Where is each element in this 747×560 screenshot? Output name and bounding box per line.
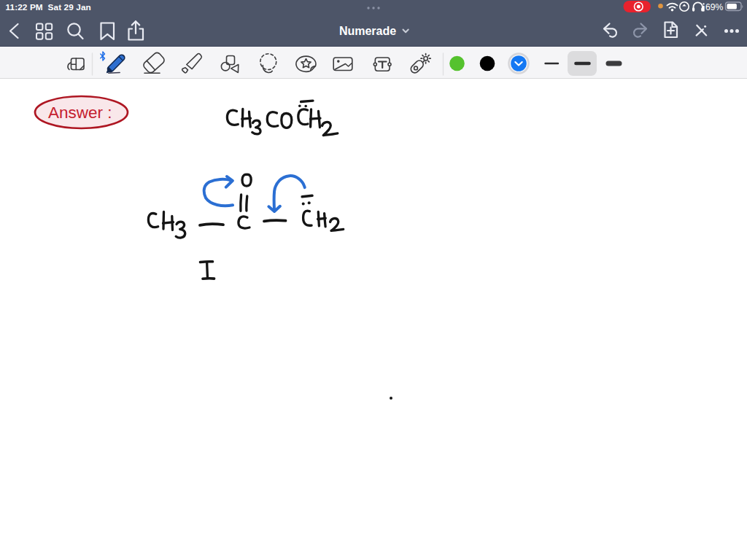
svg-text:Answer :: Answer : bbox=[48, 104, 112, 122]
